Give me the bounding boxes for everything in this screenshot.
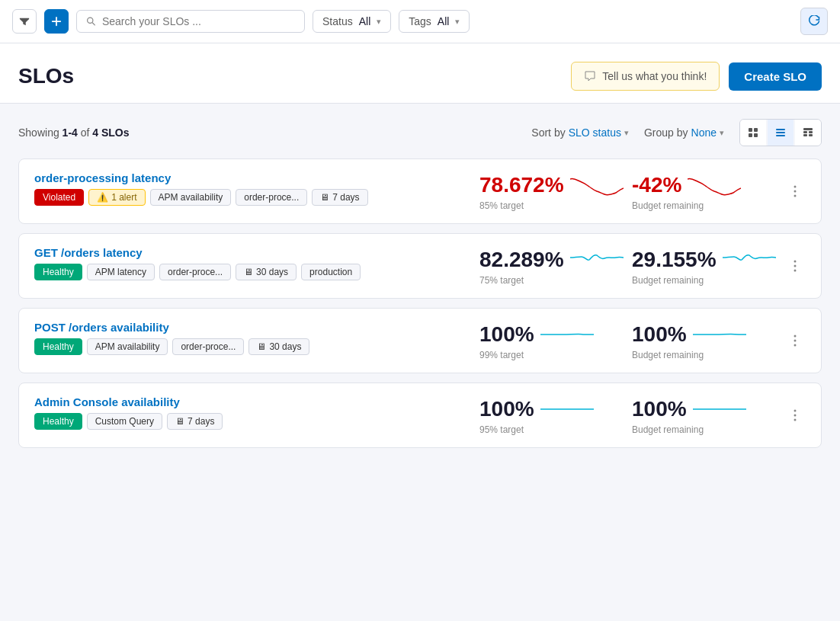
budget-label: Budget remaining (632, 275, 704, 286)
more-actions-button[interactable] (784, 335, 806, 347)
group-label: Group by (644, 126, 688, 139)
budget-label: Budget remaining (632, 350, 704, 360)
svg-point-19 (794, 335, 797, 338)
slo-name[interactable]: order-processing latency (34, 171, 171, 184)
budget-metric: 100% Budget remaining (632, 321, 769, 360)
filter-button[interactable] (12, 9, 37, 34)
sli-metric: 100% 99% target (479, 321, 617, 360)
slo-info: order-processing latencyViolated⚠️ 1 ale… (34, 171, 464, 206)
sli-value: 100% (479, 322, 534, 347)
monitor-icon: 🖥 (175, 416, 184, 427)
more-actions-button[interactable] (784, 260, 806, 272)
slo-tags: HealthyAPM latencyorder-proce...🖥 30 day… (34, 264, 464, 280)
svg-rect-8 (803, 128, 813, 130)
sort-chevron-icon: ▾ (624, 128, 629, 138)
sli-value: 78.672% (479, 173, 564, 197)
slo-tags: Violated⚠️ 1 alertAPM availabilityorder-… (34, 189, 464, 206)
status-tag: Healthy (34, 264, 82, 280)
budget-metric: 29.155% Budget remaining (632, 246, 769, 286)
slos-label: SLOs (101, 126, 130, 139)
search-input[interactable] (102, 15, 295, 27)
sli-target: 95% target (479, 424, 524, 435)
sli-target: 75% target (479, 275, 524, 286)
feedback-label: Tell us what you think! (602, 70, 707, 82)
budget-value: 100% (632, 397, 687, 421)
slo-info: POST /orders availabilityHealthyAPM avai… (34, 321, 464, 355)
svg-point-0 (88, 18, 93, 23)
svg-point-18 (794, 270, 797, 272)
sli-sparkline (540, 321, 594, 348)
monitor-icon: 🖥 (244, 267, 253, 277)
sli-sparkline (570, 246, 624, 274)
list-item: APM availability (150, 189, 232, 206)
create-slo-button[interactable]: Create SLO (729, 62, 822, 91)
svg-rect-9 (803, 131, 807, 133)
group-control[interactable]: Group by None ▾ (644, 126, 724, 139)
svg-point-16 (794, 261, 797, 263)
svg-point-15 (794, 195, 797, 197)
list-view-button[interactable] (768, 120, 794, 146)
search-icon (86, 16, 96, 27)
budget-sparkline (693, 395, 746, 423)
sli-target: 85% target (479, 200, 524, 211)
tags-chevron-icon: ▾ (455, 17, 460, 27)
list-item: APM latency (87, 264, 155, 280)
more-actions-button[interactable] (784, 409, 806, 421)
list-item: 🖥 30 days (248, 338, 309, 355)
list-item: APM availability (87, 338, 168, 355)
status-filter-label: Status (322, 15, 353, 27)
table-view-button[interactable] (795, 120, 821, 146)
grid-view-button[interactable] (740, 120, 766, 146)
status-filter[interactable]: Status All ▾ (313, 10, 391, 33)
tags-filter-value: All (438, 15, 450, 27)
list-item: order-proce... (172, 338, 244, 355)
refresh-button[interactable] (800, 8, 828, 35)
budget-metric: -42% Budget remaining (632, 171, 769, 211)
total-count: 4 (92, 126, 98, 139)
grid-icon (748, 127, 758, 138)
svg-rect-1 (749, 128, 752, 132)
showing-count: Showing 1-4 of 4 SLOs (18, 126, 516, 139)
svg-rect-3 (749, 133, 752, 137)
slo-card: Admin Console availabilityHealthyCustom … (18, 383, 822, 448)
ellipsis-icon (794, 335, 797, 347)
add-button[interactable] (44, 9, 69, 34)
budget-sparkline (688, 171, 741, 199)
sli-metric: 100% 95% target (479, 395, 617, 435)
status-tag: Violated (34, 189, 84, 206)
sort-control[interactable]: Sort by SLO status ▾ (531, 126, 629, 139)
sort-label: Sort by (531, 126, 565, 139)
slo-list: order-processing latencyViolated⚠️ 1 ale… (18, 158, 822, 448)
slo-name[interactable]: Admin Console availability (34, 395, 180, 408)
slo-name[interactable]: POST /orders availability (34, 321, 169, 334)
group-value: None (691, 126, 717, 139)
monitor-icon: 🖥 (320, 192, 329, 203)
search-box[interactable] (76, 10, 305, 33)
more-actions-button[interactable] (784, 185, 806, 197)
slo-name[interactable]: GET /orders latency (34, 246, 143, 259)
warning-icon: ⚠️ (97, 192, 108, 203)
status-filter-value: All (359, 15, 371, 27)
slo-card: GET /orders latencyHealthyAPM latencyord… (18, 233, 822, 299)
budget-metric: 100% Budget remaining (632, 395, 769, 435)
page-header: SLOs Tell us what you think! Create SLO (0, 43, 840, 104)
status-chevron-icon: ▾ (377, 17, 381, 27)
slo-card: order-processing latencyViolated⚠️ 1 ale… (18, 158, 822, 224)
svg-point-23 (794, 415, 797, 417)
svg-rect-6 (776, 132, 785, 133)
list-item: Custom Query (87, 413, 162, 430)
toolbar: Showing 1-4 of 4 SLOs Sort by SLO status… (18, 119, 822, 146)
table-icon (803, 127, 813, 138)
alert-tag: ⚠️ 1 alert (88, 189, 145, 206)
status-tag: Healthy (34, 413, 82, 430)
status-tag: Healthy (34, 338, 82, 355)
budget-sparkline (693, 321, 746, 348)
budget-sparkline (723, 246, 776, 274)
svg-point-22 (794, 410, 797, 412)
sli-target: 99% target (479, 350, 524, 360)
list-item: 🖥 30 days (236, 264, 297, 280)
feedback-button[interactable]: Tell us what you think! (571, 62, 720, 91)
svg-point-20 (794, 340, 797, 342)
tags-filter[interactable]: Tags All ▾ (399, 10, 470, 33)
slo-tags: HealthyCustom Query🖥 7 days (34, 413, 464, 430)
